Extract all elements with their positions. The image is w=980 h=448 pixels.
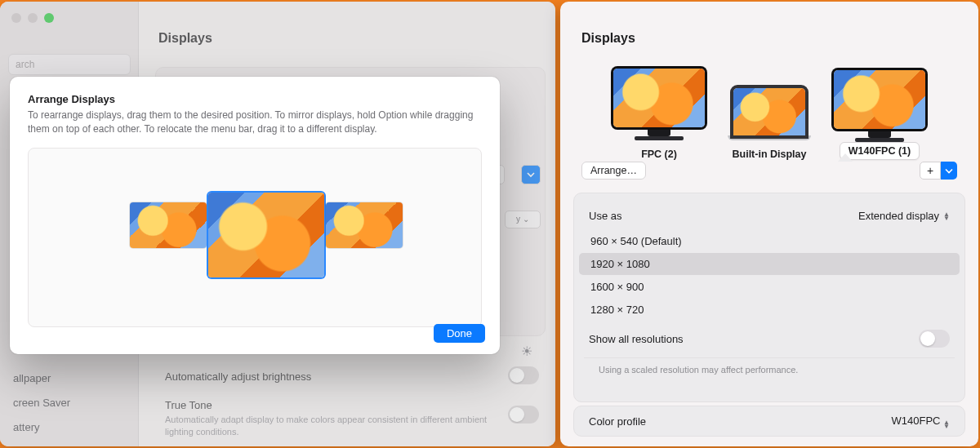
minimize-dot[interactable] (28, 13, 38, 23)
useas-popup-bg[interactable]: y ⌄ (505, 211, 541, 228)
arrange-display-center[interactable] (208, 193, 324, 277)
color-profile-label: Color profile (589, 415, 646, 428)
sheet-description: To rearrange displays, drag them to the … (28, 109, 482, 136)
resolution-list: 960 × 540 (Default) 1920 × 1080 1600 × 9… (579, 230, 960, 321)
resolution-option[interactable]: 960 × 540 (Default) (579, 230, 960, 252)
auto-brightness-toggle[interactable] (508, 366, 539, 384)
page-title: Displays (158, 31, 212, 46)
close-dot[interactable] (11, 13, 21, 23)
resolution-option[interactable]: 1280 × 720 (579, 299, 960, 321)
display-thumb-2[interactable]: W140FPC (1) (834, 70, 925, 160)
display-settings-panel: Use as Extended display ▲▼ 960 × 540 (De… (573, 193, 965, 402)
add-display-menu-bg[interactable] (521, 165, 541, 184)
display-label-2: W140FPC (1) (849, 145, 911, 157)
true-tone-toggle[interactable] (508, 406, 539, 424)
settings-window-right: Displays FPC (2) Built-in Display W140FP… (560, 2, 978, 446)
auto-brightness-label: Automatically adjust brightness (165, 370, 539, 383)
updown-icon: ▲▼ (943, 212, 950, 220)
color-profile-row[interactable]: Color profile W140FPC ▲▼ (573, 406, 965, 437)
resolution-option[interactable]: 1600 × 900 (579, 276, 960, 298)
display-label-builtin: Built-in Display (733, 149, 807, 160)
settings-window-left: arch allpaper creen Saver attery Display… (0, 2, 555, 446)
use-as-value[interactable]: Extended display ▲▼ (858, 210, 950, 222)
brightness-sun-icon: ☀︎ (518, 344, 536, 362)
true-tone-desc: Automatically adapt display to make colo… (165, 414, 506, 438)
true-tone-row: True Tone Automatically adapt display to… (165, 399, 506, 438)
display-thumb-1[interactable]: FPC (2) (613, 69, 705, 160)
display-thumb-builtin[interactable]: Built-in Display (728, 88, 811, 160)
true-tone-title: True Tone (165, 399, 506, 411)
resolution-option[interactable]: 1920 × 1080 (579, 253, 960, 275)
arrange-display-left[interactable] (130, 202, 207, 248)
zoom-dot[interactable] (44, 13, 54, 23)
sidebar-item-wallpaper[interactable]: allpaper (0, 367, 139, 389)
show-all-label: Show all resolutions (589, 333, 684, 345)
use-as-label: Use as (589, 210, 621, 222)
sidebar-item-battery[interactable]: attery (0, 416, 139, 438)
resolution-hint: Using a scaled resolution may affect per… (584, 357, 955, 375)
add-display-menu[interactable] (941, 162, 957, 180)
arrange-canvas[interactable] (28, 148, 482, 327)
sidebar-item-screensaver[interactable]: creen Saver (0, 392, 139, 414)
arrange-button[interactable]: Arrange… (581, 162, 646, 180)
sheet-title: Arrange Displays (28, 93, 482, 105)
use-as-row[interactable]: Use as Extended display ▲▼ (574, 203, 964, 228)
sidebar-search[interactable]: arch (8, 54, 131, 75)
color-profile-value[interactable]: W140FPC ▲▼ (891, 415, 950, 428)
updown-icon: ▲▼ (943, 420, 950, 428)
chevron-down-icon (527, 171, 535, 179)
display-label-1: FPC (2) (641, 149, 677, 160)
arrange-display-right[interactable] (326, 202, 403, 248)
selected-display-caret (838, 153, 853, 162)
chevron-down-icon (945, 166, 953, 175)
window-traffic-lights[interactable] (11, 13, 54, 23)
add-display-split-button[interactable]: + (920, 162, 957, 180)
show-all-toggle[interactable] (919, 330, 950, 348)
plus-icon[interactable]: + (920, 162, 941, 180)
done-button[interactable]: Done (434, 324, 485, 343)
page-title: Displays (581, 31, 635, 46)
arrange-displays-sheet: Arrange Displays To rearrange displays, … (10, 77, 500, 354)
display-thumbnails: FPC (2) Built-in Display W140FPC (1) (593, 62, 946, 160)
